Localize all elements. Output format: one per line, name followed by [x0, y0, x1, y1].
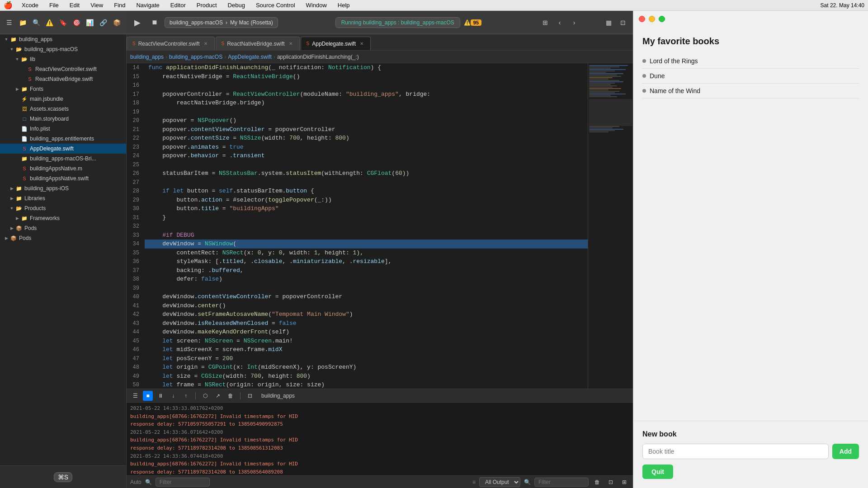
project-navigator[interactable]: 📁 building_apps 📂 building_apps-macOS 📂 … [0, 34, 126, 465]
menu-source-control[interactable]: Source Control [254, 1, 297, 9]
line-number: 24 [127, 151, 145, 160]
code-row: 42 devWindow.setFrameAutosaveName("Tempo… [127, 310, 588, 319]
apple-menu[interactable]: 🍎 [4, 1, 13, 9]
menu-view[interactable]: View [89, 1, 105, 9]
nav-item-jsbundle[interactable]: ⚡ main.jsbundle [0, 94, 126, 104]
inspector-toggle[interactable]: ▦ [602, 16, 615, 29]
nav-label: building_apps-macOS-Bri... [30, 155, 96, 162]
filter-input-2[interactable] [534, 478, 589, 487]
sidebar-icon-4[interactable]: 🔖 [57, 16, 69, 29]
warning-count[interactable]: 95 [471, 19, 481, 26]
nav-item-reactnativebridge[interactable]: S ReactNativeBridge.swift [0, 74, 126, 84]
console-show-btn[interactable]: ☰ [130, 391, 140, 401]
sidebar-icon-1[interactable]: 📁 [17, 16, 29, 29]
nav-item-native-swift[interactable]: S buildingAppsNative.swift [0, 174, 126, 183]
console-active-btn[interactable]: ■ [143, 391, 153, 401]
nav-item-bridge[interactable]: 📁 building_apps-macOS-Bri... [0, 154, 126, 164]
menu-editor[interactable]: Editor [169, 1, 188, 9]
console-share-btn[interactable]: ↗ [213, 391, 223, 401]
menu-xcode[interactable]: Xcode [20, 1, 40, 9]
nav-back-btn[interactable]: ‹ [553, 16, 566, 29]
menu-navigate[interactable]: Navigate [134, 1, 161, 9]
plist-icon: 📄 [21, 135, 28, 142]
tab-close-btn[interactable]: ✕ [288, 41, 294, 47]
book-title-input[interactable] [642, 444, 829, 459]
nav-label: main.jsbundle [30, 96, 63, 102]
book-bullet [642, 89, 646, 93]
tab-reactnativebridge[interactable]: S ReactNativeBridge.swift ✕ [216, 37, 300, 50]
menu-file[interactable]: File [47, 1, 61, 9]
nav-item-entitlements[interactable]: 📄 building_apps.entitlements [0, 134, 126, 144]
chevron-right-icon: › [226, 19, 227, 26]
menu-find[interactable]: Find [112, 1, 127, 9]
filter-input-1[interactable] [156, 478, 210, 487]
console-pause-btn[interactable]: ⏸ [156, 391, 165, 401]
nav-item-pods-nested[interactable]: 📦 Pods [0, 223, 126, 233]
sidebar-icon-5[interactable]: 🎯 [71, 16, 82, 29]
quit-button[interactable]: Quit [642, 465, 673, 479]
line-number: 30 [127, 204, 145, 213]
console-step-out-btn[interactable]: ↑ [181, 391, 191, 401]
swift-icon: S [26, 75, 33, 83]
breadcrumb-item-2[interactable]: AppDelegate.swift [228, 54, 272, 60]
navigator-toggle[interactable]: ☰ [4, 16, 15, 29]
nav-item-native-m[interactable]: S buildingAppsNative.m [0, 164, 126, 174]
nav-item-macos[interactable]: 📂 building_apps-macOS [0, 44, 126, 54]
nav-item-fonts[interactable]: 📁 Fonts [0, 84, 126, 94]
nav-item-infoplist[interactable]: 📄 Info.plist [0, 124, 126, 134]
console-step-btn[interactable]: ↓ [168, 391, 178, 401]
sidebar-icon-6[interactable]: 📊 [84, 16, 96, 29]
menu-debug[interactable]: Debug [226, 1, 247, 9]
stop-button[interactable]: ■ [147, 15, 162, 30]
code-editor[interactable]: 14 func applicationDidFinishLaunching(_ … [127, 63, 588, 389]
menu-window[interactable]: Window [304, 1, 329, 9]
nav-item-appdelegate[interactable]: S AppDelegate.swift [0, 144, 126, 154]
nav-item-frameworks[interactable]: 📁 Frameworks [0, 213, 126, 223]
breadcrumb-item-1[interactable]: building_apps-macOS [169, 54, 222, 60]
nav-arrow [9, 206, 14, 211]
sidebar-icon-8[interactable]: 📦 [111, 16, 123, 29]
output-selector[interactable]: All Output [479, 477, 520, 487]
console-trash-btn[interactable]: 🗑 [226, 391, 236, 401]
console-line: response delay: 5771059755057291 to 1385… [130, 420, 629, 428]
scheme-selector[interactable]: building_apps-macOS › My Mac (Rosetta) [165, 17, 278, 28]
code-row: 40 devWindow.contentViewController = pop… [127, 292, 588, 301]
window-fullscreen-btn[interactable] [659, 16, 665, 22]
target-label: My Mac (Rosetta) [230, 19, 273, 26]
run-button[interactable]: ▶ [130, 15, 145, 30]
menu-help[interactable]: Help [336, 1, 352, 9]
sidebar-icon-3[interactable]: ⚠️ [44, 16, 56, 29]
add-book-button[interactable]: Add [832, 444, 859, 459]
console-breakpoint-btn[interactable]: ⬡ [200, 391, 210, 401]
nav-item-libraries[interactable]: 📁 Libraries [0, 193, 126, 203]
menu-edit[interactable]: Edit [68, 1, 81, 9]
console-layout-btn[interactable]: ⊡ [245, 391, 255, 401]
nav-item-building-apps[interactable]: 📁 building_apps [0, 34, 126, 44]
tab-close-btn[interactable]: ✕ [203, 41, 209, 47]
nav-item-products[interactable]: 📂 Products [0, 203, 126, 213]
window-close-btn[interactable] [639, 16, 645, 22]
console-trash-2-btn[interactable]: 🗑 [592, 477, 602, 487]
breadcrumb-sep: › [224, 54, 226, 60]
console-panel-btn[interactable]: ⊞ [619, 477, 629, 487]
editor-layout-btn[interactable]: ⊞ [539, 16, 552, 29]
folder-icon: 📂 [15, 46, 23, 53]
sidebar-icon-7[interactable]: 🔗 [98, 16, 109, 29]
nav-item-pods-root[interactable]: 📦 Pods [0, 233, 126, 243]
console-output[interactable]: 2021-05-22 14:33:33.001762+0200 building… [127, 403, 633, 475]
panel-toggle[interactable]: ⊡ [617, 16, 629, 29]
tab-reactviewcontroller[interactable]: S ReactViewController.swift ✕ [127, 37, 215, 50]
tab-appdelegate[interactable]: S AppDelegate.swift ✕ [301, 37, 371, 50]
tab-close-btn[interactable]: ✕ [359, 41, 365, 47]
window-minimize-btn[interactable] [649, 16, 655, 22]
nav-item-lib[interactable]: 📂 lib [0, 54, 126, 64]
nav-item-assets[interactable]: 🖼 Assets.xcassets [0, 104, 126, 114]
menu-product[interactable]: Product [195, 1, 219, 9]
nav-forward-btn[interactable]: › [568, 16, 580, 29]
nav-item-storyboard[interactable]: □ Main.storyboard [0, 114, 126, 124]
nav-item-reactviewcontroller[interactable]: S ReactViewController.swift [0, 64, 126, 74]
sidebar-icon-2[interactable]: 🔍 [30, 16, 42, 29]
nav-item-ios[interactable]: 📁 building_apps-iOS [0, 183, 126, 193]
breadcrumb-item-0[interactable]: building_apps [130, 54, 164, 60]
console-view-btn[interactable]: ⊡ [606, 477, 616, 487]
